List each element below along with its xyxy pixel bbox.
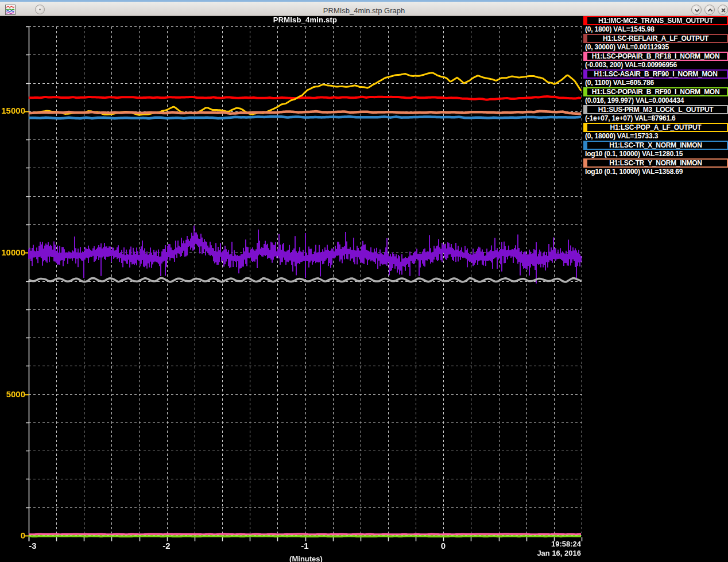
- legend-entry: H1:LSC-POPAIR_B_RF90_I_NORM_MON (0.016, …: [583, 87, 728, 105]
- channel-name-text: H1:LSC-ASAIR_B_RF90_I_NORM_MON: [594, 70, 717, 78]
- legend-channel-name[interactable]: H1:IMC-MC2_TRANS_SUM_OUTPUT: [583, 16, 728, 25]
- chevron-up-icon: [706, 6, 715, 15]
- legend-channel-name[interactable]: H1:LSC-REFLAIR_A_LF_OUTPUT: [583, 34, 728, 43]
- current-date-label: Jan 16, 2016: [494, 549, 581, 557]
- legend-channel-scale-value: (0, 18000) VAL=15733.3: [583, 132, 728, 141]
- legend-channel-scale-value: (0, 1800) VAL=1545.98: [583, 25, 728, 34]
- legend-channel-scale-value: (-0.003, 200) VAL=0.00996956: [583, 61, 728, 69]
- legend-channel-name[interactable]: H1:LSC-TR_X_NORM_INMON: [583, 141, 728, 150]
- x-tick-label-zero: 0: [423, 541, 463, 551]
- close-button[interactable]: [718, 5, 728, 15]
- channel-color-swatch: [584, 53, 587, 60]
- channel-color-swatch: [584, 160, 587, 166]
- channel-name-text: H1:LSC-TR_X_NORM_INMON: [609, 141, 702, 149]
- strip-chart-canvas[interactable]: [0, 16, 583, 562]
- channel-color-swatch: [584, 88, 587, 95]
- legend-channel-scale-value: (0, 1100) VAL=605.786: [583, 79, 728, 87]
- legend-channel-name[interactable]: H1:LSC-POP_A_LF_OUTPUT: [583, 123, 728, 132]
- legend-entry: H1:LSC-REFLAIR_A_LF_OUTPUT (0, 30000) VA…: [583, 34, 728, 52]
- legend-entry: H1:SUS-PRM_M3_LOCK_L_OUTPUT (-1e+07, 1e+…: [583, 105, 728, 123]
- channel-name-text: H1:SUS-PRM_M3_LOCK_L_OUTPUT: [598, 106, 714, 114]
- legend-channel-scale-value: log10 (0.1, 10000) VAL=1358.69: [583, 168, 728, 176]
- maximize-button[interactable]: [704, 5, 715, 15]
- legend-channel-scale-value: log10 (0.1, 10000) VAL=1280.15: [583, 150, 728, 158]
- y-tick-label-0: 0: [0, 531, 25, 540]
- legend-channel-name[interactable]: H1:LSC-TR_Y_NORM_INMON: [583, 158, 728, 168]
- close-icon: [719, 6, 728, 15]
- legend-entry: H1:IMC-MC2_TRANS_SUM_OUTPUT (0, 1800) VA…: [583, 16, 728, 34]
- chevron-down-icon: [692, 6, 702, 15]
- channel-name-text: H1:LSC-TR_Y_NORM_INMON: [609, 159, 702, 167]
- y-tick-label-10000: 10000: [0, 248, 25, 257]
- channel-name-text: H1:LSC-POPAIR_B_RF18_I_NORM_MON: [592, 52, 720, 60]
- legend-entry: H1:LSC-ASAIR_B_RF90_I_NORM_MON (0, 1100)…: [583, 69, 728, 87]
- legend-channel-name[interactable]: H1:LSC-ASAIR_B_RF90_I_NORM_MON: [583, 69, 728, 79]
- x-axis-unit-label: (Minutes): [266, 555, 346, 562]
- legend-channel-scale-value: (0, 30000) VAL=0.00112935: [583, 43, 728, 52]
- legend-channel-name[interactable]: H1:LSC-POPAIR_B_RF90_I_NORM_MON: [583, 87, 728, 96]
- legend-entry: H1:LSC-TR_Y_NORM_INMON log10 (0.1, 10000…: [583, 158, 728, 176]
- x-tick-label-minus3: -3: [13, 541, 53, 551]
- channel-name-text: H1:LSC-REFLAIR_A_LF_OUTPUT: [603, 34, 708, 42]
- y-tick-label-5000: 5000: [0, 390, 25, 399]
- graph-title: PRMIsb_4min.stp: [29, 15, 582, 24]
- window-titlebar: PRMIsb_4min.stp Graph: [0, 0, 728, 16]
- channel-color-swatch: [584, 71, 587, 77]
- current-time-label: 19:58:24: [494, 540, 581, 548]
- minimize-button[interactable]: [691, 5, 702, 15]
- legend-entry: H1:LSC-TR_X_NORM_INMON log10 (0.1, 10000…: [583, 141, 728, 158]
- channel-color-swatch: [584, 35, 587, 42]
- legend-channel-scale-value: (-1e+07, 1e+07) VAL=87961.6: [583, 114, 728, 123]
- legend-entry: H1:LSC-POPAIR_B_RF18_I_NORM_MON (-0.003,…: [583, 52, 728, 69]
- legend-entry: H1:LSC-POP_A_LF_OUTPUT (0, 18000) VAL=15…: [583, 123, 728, 141]
- legend-channel-name[interactable]: H1:SUS-PRM_M3_LOCK_L_OUTPUT: [583, 105, 728, 114]
- legend-channel-scale-value: (0.016, 199.997) VAL=0.0004434: [583, 96, 728, 105]
- x-tick-label-minus2: -2: [146, 541, 187, 551]
- channel-name-text: H1:LSC-POPAIR_B_RF90_I_NORM_MON: [592, 88, 720, 96]
- channel-color-swatch: [584, 142, 587, 149]
- channel-color-swatch: [584, 17, 587, 24]
- x-tick-label-minus1: -1: [285, 541, 325, 551]
- channel-color-swatch: [584, 124, 587, 131]
- legend-panel: H1:IMC-MC2_TRANS_SUM_OUTPUT (0, 1800) VA…: [583, 16, 728, 176]
- legend-channel-name[interactable]: H1:LSC-POPAIR_B_RF18_I_NORM_MON: [583, 52, 728, 61]
- channel-name-text: H1:IMC-MC2_TRANS_SUM_OUTPUT: [598, 17, 713, 25]
- channel-color-swatch: [584, 106, 587, 113]
- channel-name-text: H1:LSC-POP_A_LF_OUTPUT: [610, 123, 702, 131]
- y-tick-label-15000: 15000: [0, 106, 25, 115]
